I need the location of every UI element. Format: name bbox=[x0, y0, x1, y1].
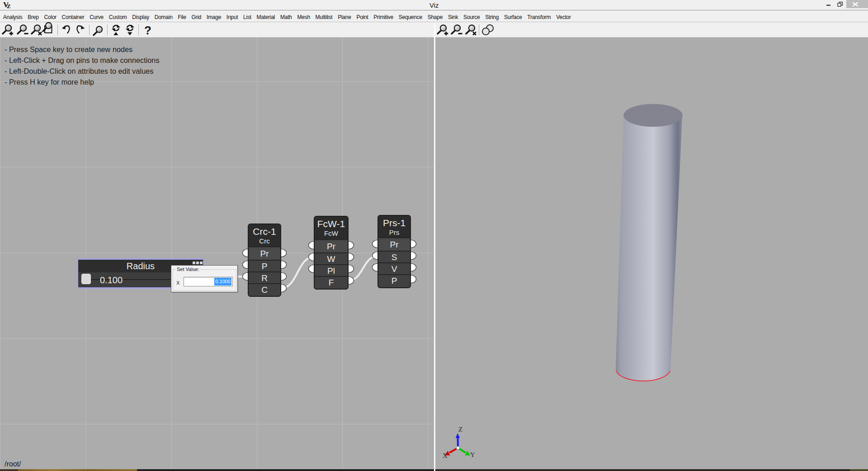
svg-text:X: X bbox=[443, 452, 448, 459]
svg-text:Y: Y bbox=[470, 451, 475, 458]
svg-text:Z: Z bbox=[458, 426, 462, 433]
